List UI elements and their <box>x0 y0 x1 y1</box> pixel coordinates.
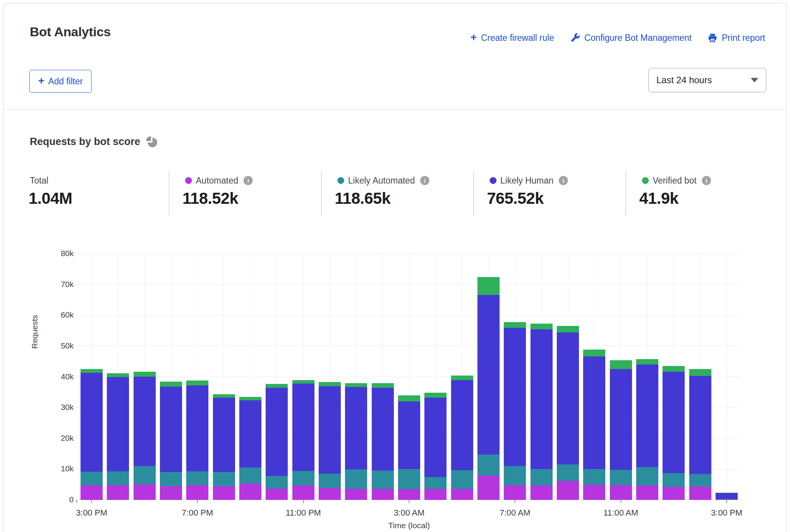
bar-12:00 PM[interactable] <box>636 254 658 500</box>
bar-segment[interactable] <box>451 489 473 500</box>
bar-5:00 PM[interactable] <box>134 254 156 500</box>
bar-segment[interactable] <box>689 487 711 500</box>
bar-6:00 AM[interactable] <box>477 254 500 500</box>
bar-segment[interactable] <box>477 476 500 500</box>
bar-segment[interactable] <box>689 369 711 376</box>
bar-segment[interactable] <box>186 471 208 485</box>
bar-segment[interactable] <box>160 382 182 386</box>
bar-segment[interactable] <box>345 383 367 387</box>
bar-segment[interactable] <box>583 485 605 500</box>
bar-segment[interactable] <box>213 486 235 500</box>
bar-segment[interactable] <box>663 473 685 487</box>
bar-7:00 PM[interactable] <box>186 254 208 500</box>
bar-segment[interactable] <box>160 486 182 500</box>
bar-segment[interactable] <box>557 481 579 500</box>
bar-segment[interactable] <box>610 360 632 369</box>
bar-segment[interactable] <box>477 455 500 476</box>
bar-segment[interactable] <box>610 470 632 485</box>
bar-4:00 AM[interactable] <box>424 254 447 500</box>
bar-2:00 AM[interactable] <box>372 254 394 500</box>
bar-segment[interactable] <box>372 383 394 387</box>
add-filter-button[interactable]: + Add filter <box>29 70 92 93</box>
bar-segment[interactable] <box>689 474 711 487</box>
print-report-link[interactable]: Print report <box>708 33 765 43</box>
bar-segment[interactable] <box>424 393 447 397</box>
bar-segment[interactable] <box>477 277 500 295</box>
info-icon[interactable]: i <box>702 176 711 185</box>
bar-segment[interactable] <box>583 350 605 357</box>
bar-segment[interactable] <box>372 388 394 471</box>
bar-segment[interactable] <box>213 472 235 486</box>
info-icon[interactable]: i <box>420 176 429 185</box>
bar-segment[interactable] <box>292 471 314 485</box>
bar-segment[interactable] <box>504 322 526 328</box>
create-firewall-rule-link[interactable]: + Create firewall rule <box>471 32 554 43</box>
info-icon[interactable]: i <box>243 176 253 185</box>
bar-4:00 PM[interactable] <box>107 254 129 500</box>
bar-segment[interactable] <box>398 395 420 401</box>
bar-segment[interactable] <box>319 382 341 386</box>
bar-segment[interactable] <box>372 471 394 489</box>
bar-6:00 PM[interactable] <box>160 254 182 500</box>
bar-2:00 PM[interactable] <box>689 254 711 500</box>
bar-11:00 AM[interactable] <box>610 254 632 500</box>
bar-segment[interactable] <box>345 469 367 489</box>
bar-segment[interactable] <box>239 468 261 484</box>
bar-segment[interactable] <box>636 467 658 485</box>
bar-9:00 PM[interactable] <box>239 254 261 500</box>
bar-segment[interactable] <box>398 489 420 500</box>
bar-segment[interactable] <box>530 329 553 469</box>
bar-segment[interactable] <box>107 471 129 485</box>
bar-segment[interactable] <box>504 328 526 466</box>
bar-segment[interactable] <box>186 385 208 471</box>
bar-segment[interactable] <box>266 388 288 476</box>
bar-segment[interactable] <box>81 485 103 500</box>
bar-11:00 PM[interactable] <box>292 254 314 500</box>
bar-segment[interactable] <box>636 359 658 365</box>
bar-9:00 AM[interactable] <box>557 254 579 500</box>
bar-segment[interactable] <box>610 369 632 470</box>
bar-10:00 AM[interactable] <box>583 254 605 500</box>
bar-segment[interactable] <box>107 485 129 500</box>
bar-10:00 PM[interactable] <box>266 254 288 500</box>
bar-segment[interactable] <box>663 487 685 500</box>
bar-segment[interactable] <box>716 493 738 493</box>
bar-segment[interactable] <box>424 477 447 489</box>
bar-segment[interactable] <box>345 387 367 469</box>
bar-segment[interactable] <box>477 295 500 455</box>
bar-segment[interactable] <box>107 373 129 377</box>
configure-bot-management-link[interactable]: Configure Bot Management <box>570 33 692 43</box>
bar-segment[interactable] <box>583 469 605 485</box>
bar-segment[interactable] <box>239 400 261 468</box>
bar-segment[interactable] <box>213 398 235 472</box>
bar-8:00 PM[interactable] <box>213 254 235 500</box>
bar-segment[interactable] <box>345 489 367 500</box>
bar-segment[interactable] <box>424 489 447 500</box>
bar-8:00 AM[interactable] <box>530 254 553 500</box>
bar-segment[interactable] <box>530 485 553 500</box>
bar-segment[interactable] <box>134 484 156 500</box>
bar-segment[interactable] <box>319 386 341 474</box>
bar-segment[interactable] <box>319 488 341 500</box>
bar-segment[interactable] <box>451 376 473 380</box>
bar-segment[interactable] <box>636 485 658 500</box>
bar-1:00 PM[interactable] <box>663 254 685 500</box>
bar-segment[interactable] <box>107 377 129 471</box>
bar-segment[interactable] <box>530 324 553 329</box>
bar-segment[interactable] <box>239 397 261 400</box>
bar-7:00 AM[interactable] <box>504 254 526 500</box>
bar-segment[interactable] <box>583 356 605 469</box>
bar-3:00 PM[interactable] <box>81 254 103 500</box>
bar-3:00 AM[interactable] <box>398 254 420 500</box>
bar-segment[interactable] <box>663 366 685 372</box>
bar-segment[interactable] <box>266 384 288 388</box>
bar-segment[interactable] <box>266 488 288 500</box>
bar-segment[interactable] <box>134 372 156 377</box>
bar-segment[interactable] <box>134 466 156 484</box>
bar-segment[interactable] <box>160 472 182 486</box>
bar-segment[interactable] <box>372 489 394 500</box>
bar-segment[interactable] <box>504 466 526 485</box>
bar-segment[interactable] <box>239 484 261 500</box>
bar-3:00 PM[interactable] <box>716 254 738 500</box>
bar-segment[interactable] <box>689 376 711 474</box>
